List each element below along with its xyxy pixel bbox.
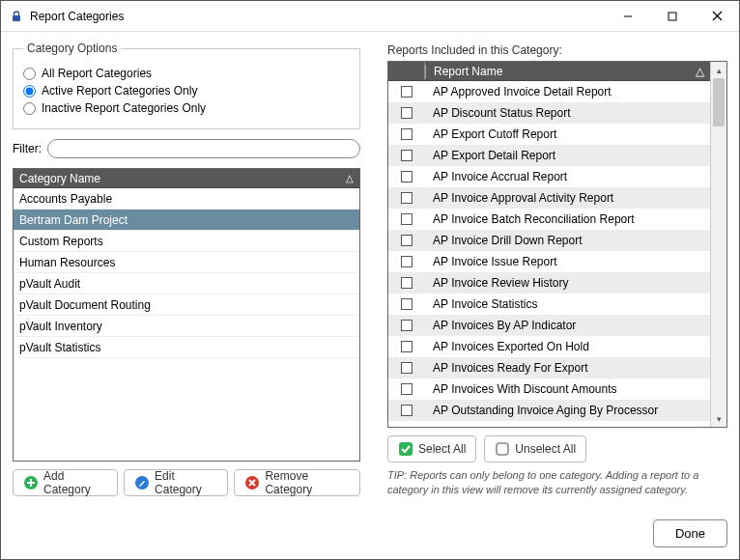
radio-active-only[interactable]: Active Report Categories Only (23, 84, 350, 98)
checkbox-icon[interactable] (401, 362, 413, 374)
scroll-down-icon[interactable]: ▾ (711, 410, 726, 427)
sort-indicator-icon: △ (696, 65, 704, 78)
category-row[interactable]: pVault Statistics (14, 337, 359, 358)
report-row[interactable]: AP Invoice Drill Down Report (388, 230, 710, 251)
report-checkbox-cell[interactable] (388, 213, 425, 225)
report-row[interactable]: AP Invoice Accrual Report (388, 166, 710, 187)
report-checkbox-cell[interactable] (388, 405, 425, 416)
report-checkbox-cell[interactable] (388, 298, 425, 310)
checkbox-icon[interactable] (401, 86, 413, 98)
dialog-footer: Done (1, 508, 739, 559)
add-category-button[interactable]: Add Category (13, 469, 118, 496)
checkbox-icon[interactable] (401, 256, 413, 267)
title-bar: Report Categories (1, 1, 739, 32)
edit-category-button[interactable]: Edit Category (124, 469, 228, 496)
checkbox-icon[interactable] (401, 341, 413, 352)
checkbox-icon[interactable] (401, 298, 413, 310)
report-row[interactable]: AP Outstanding Invoice Aging By Processo… (388, 400, 710, 421)
report-checkbox-cell[interactable] (388, 341, 425, 352)
right-column: Reports Included in this Category: Repor… (387, 42, 727, 496)
scroll-thumb[interactable] (713, 78, 725, 126)
reports-header[interactable]: Report Name △ (388, 62, 710, 81)
report-row[interactable]: AP Invoice Review History (388, 272, 710, 294)
category-row[interactable]: Custom Reports (14, 231, 359, 252)
radio-all-input[interactable] (23, 68, 36, 80)
checkbox-icon[interactable] (401, 235, 413, 246)
filter-label: Filter: (13, 142, 42, 155)
dialog-window: Report Categories Category Options All R… (0, 0, 740, 560)
category-row[interactable]: Accounts Payable (14, 188, 359, 210)
report-row[interactable]: AP Invoice Approval Activity Report (388, 187, 710, 209)
checkbox-icon[interactable] (401, 150, 413, 161)
report-checkbox-cell[interactable] (388, 362, 425, 374)
checkbox-icon[interactable] (401, 128, 413, 140)
report-row[interactable]: AP Invoices Ready For Export (388, 357, 710, 378)
checkbox-icon[interactable] (401, 405, 413, 416)
report-checkbox-cell[interactable] (388, 192, 425, 204)
report-row[interactable]: AP Discount Status Report (388, 102, 710, 124)
report-name: AP Invoice Drill Down Report (425, 234, 710, 247)
sort-indicator-icon: △ (346, 173, 354, 183)
report-row[interactable]: AP Invoice Batch Reconciliation Report (388, 209, 710, 230)
reports-header-name-col[interactable]: Report Name △ (425, 65, 710, 78)
report-name: AP Approved Invoice Detail Report (425, 85, 710, 98)
radio-inactive-only[interactable]: Inactive Report Categories Only (23, 101, 350, 115)
report-checkbox-cell[interactable] (388, 150, 425, 161)
report-name: AP Discount Status Report (425, 106, 710, 120)
checkbox-icon[interactable] (401, 383, 413, 395)
app-lock-icon (9, 9, 24, 24)
filter-input[interactable] (47, 139, 360, 158)
report-checkbox-cell[interactable] (388, 86, 425, 98)
report-checkbox-cell[interactable] (388, 320, 425, 331)
scroll-track[interactable] (711, 78, 726, 410)
svg-line-3 (713, 12, 722, 20)
select-buttons-row: Select All Unselect All (387, 435, 727, 462)
maximize-button[interactable] (650, 2, 695, 31)
left-column: Category Options All Report Categories A… (13, 42, 360, 496)
checkbox-icon[interactable] (401, 320, 413, 331)
report-checkbox-cell[interactable] (388, 107, 425, 119)
report-row[interactable]: AP Export Cutoff Report (388, 124, 710, 145)
category-row[interactable]: pVault Audit (14, 273, 359, 294)
unselect-all-button[interactable]: Unselect All (484, 435, 586, 462)
category-row[interactable]: Human Resources (14, 252, 359, 273)
reports-rows: AP Approved Invoice Detail ReportAP Disc… (388, 81, 710, 427)
report-checkbox-cell[interactable] (388, 235, 425, 246)
checkbox-icon[interactable] (401, 277, 413, 289)
report-row[interactable]: AP Invoices Exported On Hold (388, 336, 710, 357)
report-row[interactable]: AP Export Detail Report (388, 145, 710, 166)
remove-category-button[interactable]: Remove Category (234, 469, 360, 496)
category-row[interactable]: pVault Inventory (14, 316, 359, 337)
x-icon (244, 475, 260, 490)
radio-all-categories[interactable]: All Report Categories (23, 67, 350, 80)
tip-text: TIP: Reports can only belong to one cate… (387, 468, 727, 496)
checkbox-icon[interactable] (401, 213, 413, 225)
radio-active-input[interactable] (23, 85, 36, 98)
svg-rect-0 (13, 15, 20, 21)
checkbox-icon[interactable] (401, 107, 413, 119)
report-checkbox-cell[interactable] (388, 277, 425, 289)
category-listbox: Category Name △ Accounts PayableBertram … (13, 168, 360, 462)
report-row[interactable]: AP Invoices By AP Indicator (388, 315, 710, 336)
category-row[interactable]: pVault Document Routing (14, 294, 359, 316)
report-row[interactable]: AP Invoice Statistics (388, 294, 710, 315)
report-checkbox-cell[interactable] (388, 171, 425, 182)
report-row[interactable]: AP Invoice Issue Report (388, 251, 710, 272)
report-checkbox-cell[interactable] (388, 383, 425, 395)
report-row[interactable]: AP Approved Invoice Detail Report (388, 81, 710, 102)
checkbox-icon[interactable] (401, 171, 413, 182)
minimize-button[interactable] (606, 2, 650, 31)
report-name: AP Invoice Statistics (425, 297, 710, 311)
reports-scrollbar[interactable]: ▴ ▾ (710, 62, 726, 427)
report-checkbox-cell[interactable] (388, 256, 425, 267)
category-list-header[interactable]: Category Name △ (14, 169, 359, 188)
close-button[interactable] (695, 2, 739, 31)
checkbox-icon[interactable] (401, 192, 413, 204)
report-row[interactable]: AP Invoices With Discount Amounts (388, 378, 710, 400)
select-all-button[interactable]: Select All (387, 435, 476, 462)
done-button[interactable]: Done (653, 519, 727, 547)
radio-inactive-input[interactable] (23, 102, 36, 115)
report-checkbox-cell[interactable] (388, 128, 425, 140)
category-row[interactable]: Bertram Dam Project (14, 210, 359, 231)
scroll-up-icon[interactable]: ▴ (711, 62, 726, 78)
